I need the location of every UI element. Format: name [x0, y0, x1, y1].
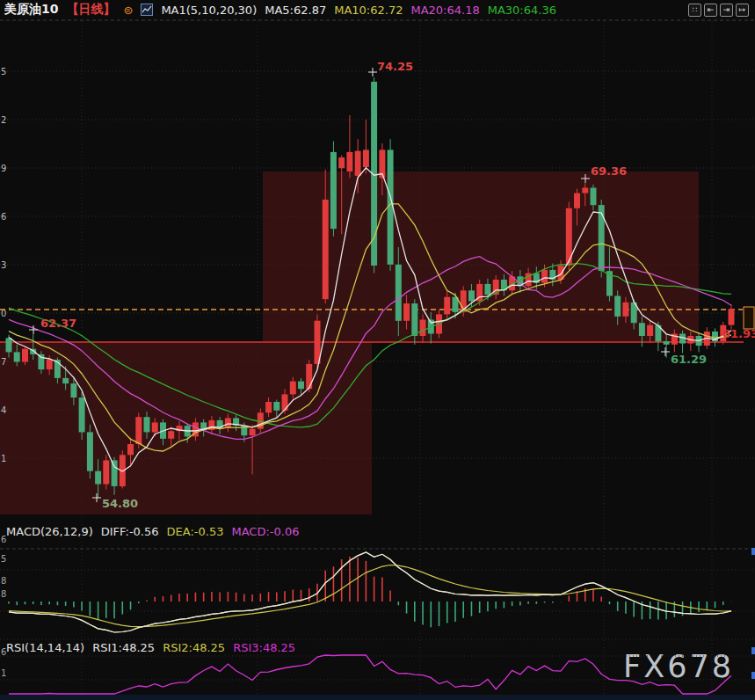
- candle[interactable]: [330, 152, 337, 229]
- candle[interactable]: [591, 188, 597, 206]
- candle[interactable]: [79, 397, 85, 432]
- price-annotation: 74.25: [377, 60, 413, 73]
- rsi-title[interactable]: RSI(14,14,14): [6, 641, 84, 654]
- macd-header: MACD(26,12,9)DIFF:-0.56DEA:-0.53MACD:-0.…: [6, 525, 307, 538]
- candle[interactable]: [639, 323, 645, 336]
- candle[interactable]: [396, 265, 402, 321]
- candle[interactable]: [87, 432, 93, 470]
- price-axis-label: 1: [1, 454, 6, 463]
- right-axis-tick: [751, 672, 755, 679]
- candle[interactable]: [420, 320, 426, 337]
- macd-title[interactable]: MACD(26,12,9): [6, 525, 93, 538]
- candle[interactable]: [290, 382, 296, 395]
- main-chart[interactable]: 52963074165886174.2569.3662.3754.8061.29…: [0, 0, 755, 700]
- candle[interactable]: [22, 349, 28, 362]
- candle[interactable]: [306, 364, 312, 389]
- candle[interactable]: [298, 382, 304, 390]
- toolbar-icons: ∷ ⇤ ⇥ ↦: [688, 4, 751, 17]
- settings-badge-icon[interactable]: ⊜: [123, 4, 133, 17]
- candle[interactable]: [647, 325, 653, 336]
- candle[interactable]: [144, 417, 150, 432]
- last-price-marker: [744, 307, 754, 329]
- candle[interactable]: [444, 297, 450, 315]
- macd-dea-line-under: [9, 552, 731, 632]
- candle[interactable]: [103, 460, 109, 484]
- rsi2-value: RSI2:48.25: [163, 641, 225, 654]
- candle[interactable]: [225, 418, 231, 427]
- rsi3-value: RSI3:48.25: [233, 641, 295, 654]
- macd-axis-label: 8: [1, 576, 6, 586]
- macd-axis-label: 8: [1, 589, 6, 599]
- candle[interactable]: [95, 471, 101, 485]
- candle[interactable]: [622, 303, 628, 317]
- candle[interactable]: [468, 290, 475, 301]
- scroll-left-icon[interactable]: ⇤: [704, 4, 717, 17]
- ma5-value: MA5:62.87: [265, 4, 326, 17]
- candle[interactable]: [664, 341, 670, 345]
- candle[interactable]: [541, 270, 548, 283]
- price-annotation: 61.29: [671, 353, 707, 366]
- rsi1-value: RSI1:48.25: [92, 641, 155, 654]
- candle[interactable]: [70, 383, 76, 397]
- candle[interactable]: [168, 431, 174, 439]
- price-annotation: 62.37: [40, 317, 76, 330]
- candle[interactable]: [62, 378, 69, 383]
- macd-axis-label: 5: [1, 554, 6, 564]
- candle[interactable]: [135, 417, 142, 444]
- price-annotation: 54.80: [102, 497, 138, 510]
- rsi-header: RSI(14,14,14)RSI1:48.25RSI2:48.25RSI3:48…: [6, 641, 303, 654]
- rsi-line: [9, 655, 731, 694]
- chart-type-icon[interactable]: [141, 4, 153, 16]
- ma20-value: MA20:64.18: [410, 4, 479, 17]
- candle[interactable]: [484, 284, 490, 295]
- ma30-value: MA30:64.36: [488, 4, 556, 17]
- candle[interactable]: [355, 151, 361, 176]
- price-annotation: 69.36: [591, 164, 627, 178]
- candle[interactable]: [574, 193, 580, 208]
- timeframe-label[interactable]: 【日线】: [66, 2, 115, 18]
- candle[interactable]: [411, 303, 417, 336]
- rsi-axis-label: 1: [1, 668, 6, 678]
- scroll-right-icon[interactable]: ⇥: [720, 4, 733, 17]
- candle[interactable]: [14, 352, 20, 361]
- candle[interactable]: [363, 149, 369, 167]
- candle[interactable]: [338, 157, 345, 168]
- candle[interactable]: [614, 296, 621, 317]
- macd-dea-line: [9, 565, 731, 627]
- horizontal-scrollbar[interactable]: [0, 695, 755, 700]
- candle[interactable]: [323, 200, 329, 299]
- price-axis-label: 4: [1, 405, 6, 415]
- candle[interactable]: [112, 460, 118, 486]
- ma10-value: MA10:62.72: [334, 4, 403, 17]
- candle[interactable]: [6, 338, 12, 352]
- candle[interactable]: [403, 303, 410, 321]
- right-axis-tick: [751, 647, 755, 654]
- right-axis-tick: [751, 548, 755, 555]
- candle[interactable]: [250, 429, 256, 435]
- price-axis-label: 7: [1, 357, 6, 367]
- price-axis-label: 6: [1, 212, 6, 222]
- price-axis-label: 5: [1, 67, 6, 77]
- candle[interactable]: [599, 205, 605, 271]
- pan-right-icon[interactable]: ↦: [736, 4, 749, 17]
- support-line-label: 61.93: [722, 327, 755, 340]
- candle[interactable]: [729, 309, 735, 324]
- price-axis-label: 2: [1, 115, 6, 125]
- candle[interactable]: [273, 402, 279, 411]
- ma-settings-label: MA1(5,10,20,30): [161, 4, 257, 17]
- candle[interactable]: [582, 188, 588, 193]
- macd-diff-value: DIFF:-0.56: [101, 525, 159, 538]
- candle[interactable]: [346, 152, 352, 171]
- candle[interactable]: [265, 402, 272, 412]
- price-axis-label: 9: [1, 164, 6, 173]
- candle[interactable]: [282, 394, 288, 411]
- macd-diff-line: [9, 552, 731, 632]
- candle[interactable]: [47, 360, 53, 369]
- symbol-name: 美原油10: [4, 2, 58, 18]
- chart-header-bar: 美原油10 【日线】 ⊜ MA1(5,10,20,30) MA5:62.87 M…: [0, 0, 755, 19]
- crosshair-icon[interactable]: ∷: [688, 4, 701, 17]
- candle[interactable]: [152, 422, 158, 432]
- macd-dea-value: DEA:-0.53: [167, 525, 224, 538]
- macd-value: MACD:-0.06: [231, 525, 299, 538]
- candle[interactable]: [127, 444, 134, 455]
